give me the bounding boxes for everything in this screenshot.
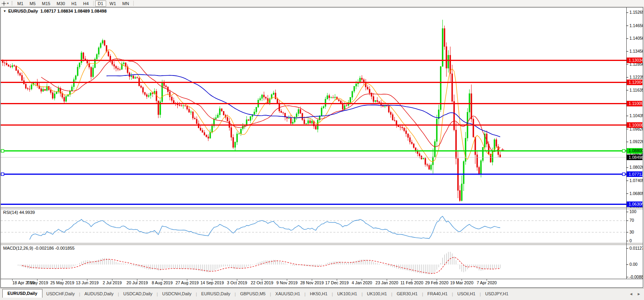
date-label: 29 Feb 2020	[425, 280, 449, 285]
date-label: 7 Apr 2020	[477, 280, 497, 285]
timeframe-button-group: M1M5M15M30H1H4	[14, 0, 92, 7]
price-badge-label: 1.07712	[629, 172, 643, 177]
chart-tab-audusd-daily[interactable]: AUDUSD,Daily	[81, 290, 118, 298]
axis-label: 1.14650	[629, 23, 643, 28]
price-badge-label: 1.12004	[629, 80, 643, 85]
timeframe-button-mn[interactable]: MN	[120, 0, 132, 7]
chart-tab-bar: EURUSD,DailyUSDCHF,Daily|AUDUSD,Daily|US…	[0, 288, 644, 298]
date-label: 27 Aug 2019	[175, 280, 199, 285]
axis-label: 100	[629, 209, 637, 214]
price-chart-canvas[interactable]: 1.152651.146501.140501.134501.128501.122…	[1, 7, 643, 287]
date-label: 9 Nov 2019	[276, 280, 298, 285]
date-label: 22 Oct 2019	[251, 280, 273, 285]
chart-tab-usdchf-daily[interactable]: USDCHF,Daily	[42, 290, 79, 298]
support-resistance-lines[interactable]	[1, 60, 626, 204]
chart-tab-usoil-h1[interactable]: USOil,H1	[453, 290, 479, 298]
price-badge-label: 1.13034	[629, 58, 643, 63]
date-label: 14 Sep 2019	[201, 280, 224, 285]
chart-tab-eurusd-daily[interactable]: EURUSD,Daily	[197, 290, 234, 298]
tab-scroll-left-icon[interactable]: ◄	[629, 292, 633, 296]
chart-tab-fra40-h1[interactable]: FRA40,H1	[423, 290, 451, 298]
pane-frames	[1, 7, 643, 279]
title-marker-icon[interactable]: ▼	[3, 9, 6, 13]
toolbar-grip-handle[interactable]	[11, 1, 13, 6]
chart-tab-hk50-h1[interactable]: HK50,H1	[306, 290, 331, 298]
line-handle-icon[interactable]	[1, 173, 4, 175]
timeframe-button-h4[interactable]: H4	[80, 0, 91, 7]
price-badge-label: 1.11009	[629, 101, 643, 106]
date-label: 3 Oct 2019	[227, 280, 247, 285]
axis-label: 1.06805	[629, 191, 643, 196]
timeframe-button-m1[interactable]: M1	[15, 0, 26, 7]
chart-tab-xauusd-h1[interactable]: XAUUSD,H1	[271, 290, 304, 298]
macd-pane[interactable]	[18, 252, 500, 274]
axis-label: 1.09220	[629, 139, 643, 144]
line-handle-icon[interactable]	[622, 149, 625, 152]
timeframe-button-h1[interactable]: H1	[68, 0, 79, 7]
axis-label: 1.14050	[629, 36, 643, 40]
chart-tab-usdjpy-h1[interactable]: USDJPY,H1	[481, 290, 512, 298]
toolbar-separator	[93, 1, 94, 6]
chart-symbol-period: EURUSD,Daily	[8, 9, 38, 13]
level-badges: 1.130341.120041.110091.100081.088001.077…	[627, 57, 643, 207]
date-label: 7 May 2019	[26, 280, 48, 285]
axis-label: -0.008845	[629, 274, 643, 279]
date-label: 11 Feb 2020	[400, 280, 423, 285]
axis-label: 1.11635	[629, 88, 643, 92]
ma-line-medium	[41, 59, 500, 152]
chart-tab-uk100-h1[interactable]: UK100,H1	[333, 290, 361, 298]
crosshair-icon[interactable]	[1, 1, 7, 6]
date-label: 13 Jun 2019	[76, 280, 99, 285]
chart-tab-uk100-h1[interactable]: UK100,H1	[363, 290, 391, 298]
date-label: 25 May 2019	[50, 280, 74, 285]
tab-scroll-nav: ◄ ►	[629, 292, 641, 298]
timeframe-button-m15[interactable]: M15	[39, 0, 53, 7]
axis-label: 1.08020	[629, 165, 643, 169]
chevron-down-icon[interactable]: ▾	[7, 2, 9, 5]
chart-tab-usdcnh-daily[interactable]: USDCNH,Daily	[158, 290, 195, 298]
axis-label: 1.15265	[629, 10, 643, 15]
axis-label: 0	[629, 238, 632, 243]
chart-tab-gbpusd-m5[interactable]: GBPUSD,M5	[236, 290, 270, 298]
timeframe-button-d1[interactable]: D1	[95, 0, 106, 7]
chart-tab-eurusd-daily[interactable]: EURUSD,Daily	[2, 289, 42, 298]
axis-label: 1.10435	[629, 113, 643, 118]
axis-label: 1.07405	[629, 178, 643, 183]
timeframe-button-m30[interactable]: M30	[54, 0, 68, 7]
date-label: 4 Jan 2020	[352, 280, 372, 285]
chart-tab-usdcad-daily[interactable]: USDCAD,Daily	[120, 290, 156, 298]
date-label: 8 Aug 2019	[152, 280, 173, 285]
chart-ohlc-values: 1.08717 1.08834 1.08489 1.08498	[40, 9, 107, 13]
date-label: 2 Jul 2019	[103, 280, 122, 285]
macd-signal-line	[22, 258, 500, 274]
tab-scroll-right-icon[interactable]: ►	[637, 292, 641, 296]
chart-window: 1.152651.146501.140501.134501.128501.122…	[0, 7, 643, 288]
line-handle-icon[interactable]	[1, 149, 4, 152]
price-axis[interactable]: 1.152651.146501.140501.134501.128501.122…	[626, 10, 643, 279]
axis-label: 30	[629, 230, 634, 234]
timeframe-button-w1[interactable]: W1	[107, 0, 119, 7]
axis-label: 0.011277	[629, 246, 643, 250]
rsi-indicator-label: RSI(14) 44.9939	[3, 210, 35, 215]
timeframe-button-m5[interactable]: M5	[27, 0, 38, 7]
price-badge-label: 1.08498	[629, 155, 643, 160]
date-label: 19 Mar 2020	[450, 280, 473, 285]
status-bar	[0, 298, 644, 300]
axis-label: 1.12235	[629, 75, 643, 79]
line-handle-icon[interactable]	[622, 173, 625, 175]
rsi-pane[interactable]	[1, 216, 626, 239]
date-label: 20 Jul 2019	[127, 280, 148, 285]
chart-tab-ger30-h1[interactable]: GER30,H1	[393, 290, 421, 298]
toolbar-separator-2	[133, 1, 134, 6]
axis-label: 0.00	[629, 262, 638, 267]
axis-label: 70	[629, 218, 634, 223]
chart-title: ▼EURUSD,Daily 1.08717 1.08834 1.08489 1.…	[3, 9, 107, 13]
price-badge-label: 1.10008	[629, 123, 643, 127]
date-label: 28 Nov 2019	[300, 280, 324, 285]
macd-indicator-label: MACD(12,26,9) -0.002186 -0.001855	[3, 246, 75, 250]
date-axis[interactable]: 18 Apr 20197 May 201925 May 201913 Jun 2…	[12, 279, 497, 285]
axis-label: 1.13450	[629, 49, 643, 53]
timeframe-button-group-2: D1W1MN	[95, 0, 132, 7]
top-toolbar: ▾ M1M5M15M30H1H4 D1W1MN	[0, 0, 644, 7]
current-price-line	[1, 148, 626, 157]
